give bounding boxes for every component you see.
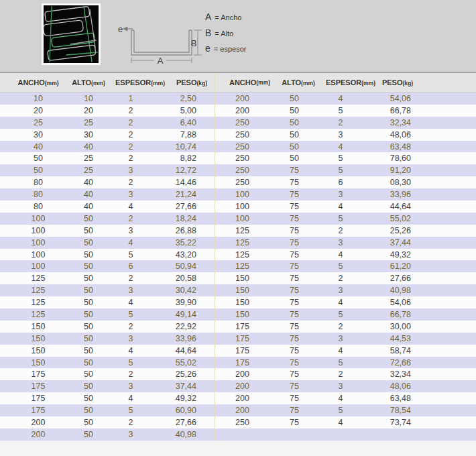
table-row: 100 50 3 26,88 125 75 2 25,26 [0, 225, 476, 237]
table-row: 200 50 2 27,66 250 75 4 73,74 [0, 416, 476, 429]
cell-alto-right: 75 [270, 238, 319, 247]
cell-ancho-right: 150 [215, 284, 270, 296]
cell-peso-left: 60,90 [161, 406, 215, 415]
cell-espesor-right: 2 [319, 274, 362, 283]
cell-peso-left: 10,74 [161, 142, 215, 152]
header-ancho-right: ANCHO(mm) [215, 73, 270, 92]
cell-espesor-right: 3 [319, 130, 362, 139]
cell-espesor-right: 3 [319, 286, 362, 295]
cell-alto-left: 25 [76, 118, 101, 127]
cell-peso-right: 91,20 [362, 166, 429, 175]
table-row: 125 50 5 49,14 150 75 5 66,78 [0, 308, 476, 321]
cell-ancho-right: 250 [215, 164, 270, 176]
cell-espesor-left: 2 [101, 274, 161, 283]
cell-ancho-left: 125 [0, 310, 76, 319]
cell-peso-left: 21,24 [161, 190, 215, 199]
legend-item-alto: B = Alto [205, 27, 246, 44]
cell-alto-right: 75 [270, 202, 319, 211]
cell-espesor-left: 3 [101, 430, 161, 439]
cell-alto-right: 75 [270, 334, 319, 343]
cell-ancho-left: 150 [0, 346, 76, 355]
cell-peso-left: 43,20 [161, 250, 215, 260]
cell-alto-left: 20 [76, 106, 101, 115]
cell-peso-left: 55,02 [161, 358, 215, 367]
cell-espesor-right: 5 [319, 358, 362, 367]
cell-ancho-left: 125 [0, 298, 76, 307]
table-row: 80 40 4 27,66 100 75 4 44,64 [0, 201, 476, 213]
diagram-label-e: e [118, 24, 123, 34]
cell-alto-right: 75 [270, 274, 319, 283]
cell-espesor-left: 3 [101, 190, 161, 199]
cell-espesor-left: 5 [101, 406, 161, 415]
table-row: 100 50 6 50,94 125 75 5 61,20 [0, 260, 476, 272]
cell-espesor-right: 4 [319, 142, 362, 152]
cell-ancho-left: 80 [0, 190, 76, 199]
cell-peso-left: 30,42 [161, 286, 215, 295]
product-photo [42, 3, 101, 65]
cell-ancho-left: 100 [0, 262, 76, 271]
table-row: 20 20 2 5,00 200 50 5 66,78 [0, 105, 476, 117]
table-row: 150 50 4 44,64 175 75 4 58,74 [0, 345, 476, 357]
table-row: 125 50 3 30,42 150 75 3 40,98 [0, 284, 476, 296]
cell-ancho-left: 25 [0, 118, 76, 127]
cell-espesor-right: 5 [319, 166, 362, 175]
bottom-band [0, 441, 476, 456]
cell-espesor-right: 4 [319, 94, 362, 103]
cell-espesor-left: 2 [101, 118, 161, 127]
cell-ancho-right: 250 [215, 176, 270, 188]
cell-peso-right: 33,96 [362, 190, 429, 199]
cell-alto-right: 75 [270, 382, 319, 391]
header-ancho-left-unit: (mm) [45, 80, 59, 87]
header-peso-right-label: PESO [382, 78, 403, 87]
cell-alto-left: 50 [76, 358, 101, 367]
cell-peso-left: 22,92 [161, 322, 215, 331]
cell-peso-left: 44,64 [161, 346, 215, 355]
cell-peso-right: 66,78 [362, 310, 429, 319]
cell-espesor-left: 2 [101, 369, 161, 379]
cell-ancho-left: 100 [0, 238, 76, 247]
cell-peso-right: 66,78 [362, 106, 429, 115]
header-peso-left: PESO(kg) [161, 78, 215, 87]
header-ancho-right-label: ANCHO [229, 78, 256, 87]
cell-ancho-right: 150 [215, 296, 270, 308]
cell-peso-right: 32,34 [362, 118, 429, 127]
table-header-row: ANCHO(mm) ALTO(mm) ESPESOR(mm) PESO(kg) … [0, 72, 476, 93]
table-row: 50 25 2 8,82 250 50 5 78,60 [0, 152, 476, 164]
header-espesor-right-label: ESPESOR [326, 78, 361, 87]
legend-symbol-a: A [205, 11, 211, 22]
cell-alto-left: 10 [76, 94, 101, 103]
cell-ancho-left: 175 [0, 382, 76, 391]
header-ancho-left: ANCHO(mm) [0, 78, 76, 87]
legend-text-espesor: = espesor [214, 45, 247, 53]
cell-ancho-left: 150 [0, 322, 76, 331]
table-row: 25 25 2 6,40 250 50 2 32,34 [0, 117, 476, 129]
cell-ancho-left: 80 [0, 178, 76, 187]
cell-espesor-left: 3 [101, 286, 161, 295]
cell-ancho-right: 125 [215, 237, 270, 249]
cell-espesor-left: 4 [101, 202, 161, 211]
cell-peso-right: 25,26 [362, 226, 429, 235]
table-row: 175 50 3 37,44 200 75 3 48,06 [0, 380, 476, 392]
cell-alto-left: 50 [76, 334, 101, 343]
cell-alto-right: 75 [270, 178, 319, 187]
cell-ancho-right: 125 [215, 225, 270, 237]
cell-espesor-left: 2 [101, 214, 161, 223]
table-row: 175 50 5 60,90 200 75 5 78,54 [0, 404, 476, 416]
header-peso-right-unit: (kg) [402, 80, 413, 87]
cell-alto-right: 75 [270, 322, 319, 331]
cell-ancho-right: 250 [215, 152, 270, 164]
cell-peso-left: 7,88 [161, 130, 215, 139]
legend-symbol-e: e [205, 43, 211, 54]
cell-peso-left: 6,40 [161, 118, 215, 127]
cell-peso-left: 5,00 [161, 106, 215, 115]
cell-alto-left: 50 [76, 430, 101, 439]
cell-espesor-left: 4 [101, 298, 161, 307]
cell-ancho-left: 150 [0, 334, 76, 343]
cell-ancho-left: 150 [0, 358, 76, 367]
cell-alto-left: 50 [76, 369, 101, 379]
cell-espesor-left: 5 [101, 310, 161, 319]
cell-alto-right: 75 [270, 214, 319, 223]
cell-ancho-right: 100 [215, 188, 270, 201]
cell-alto-left: 50 [76, 238, 101, 247]
cell-ancho-left: 175 [0, 394, 76, 403]
